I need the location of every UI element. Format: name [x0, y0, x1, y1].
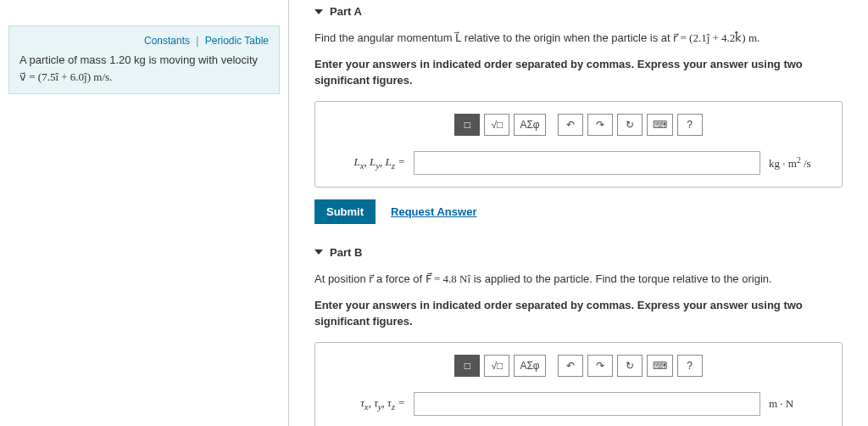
- redo-button[interactable]: ↷: [587, 114, 613, 136]
- periodic-table-link[interactable]: Periodic Table: [205, 35, 269, 47]
- main-content: Part A Find the angular momentum L⃗ rela…: [288, 0, 868, 426]
- chevron-down-icon: [314, 9, 323, 14]
- part-b-variable-label: τx, τy, τz =: [329, 396, 405, 412]
- mode-button[interactable]: □: [454, 355, 480, 377]
- part-a-instruction: Enter your answers in indicated order se…: [314, 56, 843, 89]
- part-b-title: Part B: [330, 246, 362, 259]
- reset-button[interactable]: ↻: [617, 114, 643, 136]
- part-a-input[interactable]: [414, 151, 760, 175]
- problem-text: A particle of mass 1.20 kg is moving wit…: [19, 52, 269, 85]
- constants-link[interactable]: Constants: [144, 35, 190, 47]
- separator: |: [196, 35, 198, 47]
- help-button[interactable]: ?: [677, 114, 703, 136]
- part-a-units: kg · m2 /s: [769, 155, 828, 171]
- problem-sidebar: Constants | Periodic Table A particle of…: [0, 0, 288, 426]
- problem-statement-box: Constants | Periodic Table A particle of…: [8, 25, 280, 94]
- part-b-header[interactable]: Part B: [314, 246, 843, 259]
- template-button[interactable]: √□: [484, 355, 509, 377]
- part-a-request-answer-link[interactable]: Request Answer: [391, 205, 476, 218]
- reset-button[interactable]: ↻: [617, 355, 643, 377]
- redo-button[interactable]: ↷: [587, 355, 613, 377]
- undo-button[interactable]: ↶: [558, 114, 583, 136]
- part-a-question: Find the angular momentum L⃗ relative to…: [314, 30, 843, 48]
- part-a-toolbar: □ √□ ΑΣφ ↶ ↷ ↻ ⌨ ?: [329, 114, 828, 136]
- part-b-question: At position r⃗ a force of F⃗ = 4.8 Nî is…: [314, 271, 843, 289]
- help-button[interactable]: ?: [677, 355, 703, 377]
- undo-button[interactable]: ↶: [558, 355, 583, 377]
- template-button[interactable]: √□: [484, 114, 509, 136]
- part-a-answer-box: □ √□ ΑΣφ ↶ ↷ ↻ ⌨ ? Lx, Ly, Lz = kg · m2 …: [314, 101, 843, 188]
- greek-button[interactable]: ΑΣφ: [514, 114, 545, 136]
- part-b-units: m · N: [769, 397, 828, 411]
- part-a-header[interactable]: Part A: [314, 5, 843, 18]
- part-b-answer-box: □ √□ ΑΣφ ↶ ↷ ↻ ⌨ ? τx, τy, τz = m · N: [314, 342, 843, 426]
- part-b-input[interactable]: [414, 392, 760, 416]
- greek-button[interactable]: ΑΣφ: [514, 355, 545, 377]
- mode-button[interactable]: □: [454, 114, 480, 136]
- part-b-instruction: Enter your answers in indicated order se…: [314, 297, 843, 330]
- keyboard-button[interactable]: ⌨: [647, 114, 673, 136]
- part-a-title: Part A: [330, 5, 362, 18]
- part-a-submit-button[interactable]: Submit: [314, 199, 376, 224]
- keyboard-button[interactable]: ⌨: [647, 355, 673, 377]
- chevron-down-icon: [314, 249, 323, 255]
- part-a-variable-label: Lx, Ly, Lz =: [329, 155, 405, 171]
- part-b-toolbar: □ √□ ΑΣφ ↶ ↷ ↻ ⌨ ?: [329, 355, 828, 377]
